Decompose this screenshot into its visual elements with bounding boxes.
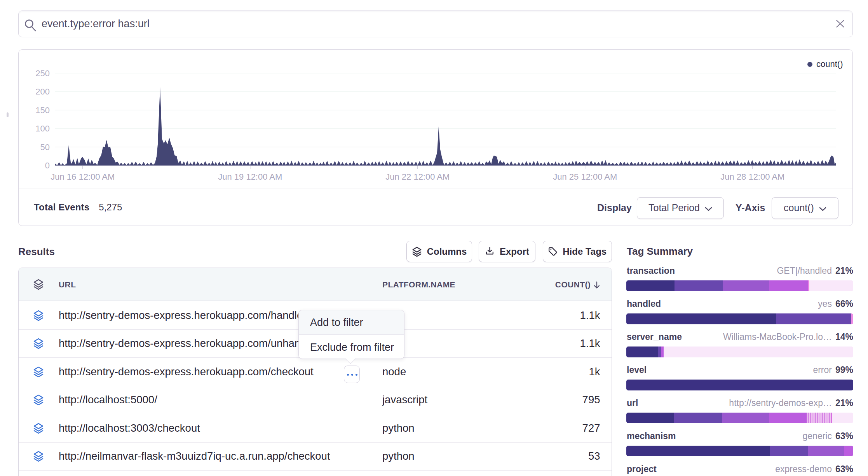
svg-text:Jun 19 12:00 AM: Jun 19 12:00 AM bbox=[218, 172, 282, 182]
svg-text:100: 100 bbox=[35, 124, 50, 133]
svg-text:Jun 22 12:00 AM: Jun 22 12:00 AM bbox=[385, 172, 450, 182]
svg-text:150: 150 bbox=[35, 105, 50, 115]
svg-text:Jun 28 12:00 AM: Jun 28 12:00 AM bbox=[720, 172, 784, 182]
svg-text:0: 0 bbox=[45, 161, 50, 170]
svg-text:Jun 16 12:00 AM: Jun 16 12:00 AM bbox=[51, 172, 115, 182]
svg-text:Jun 25 12:00 AM: Jun 25 12:00 AM bbox=[553, 172, 617, 182]
svg-text:200: 200 bbox=[35, 87, 50, 96]
svg-text:50: 50 bbox=[40, 142, 50, 152]
svg-text:250: 250 bbox=[35, 68, 50, 78]
